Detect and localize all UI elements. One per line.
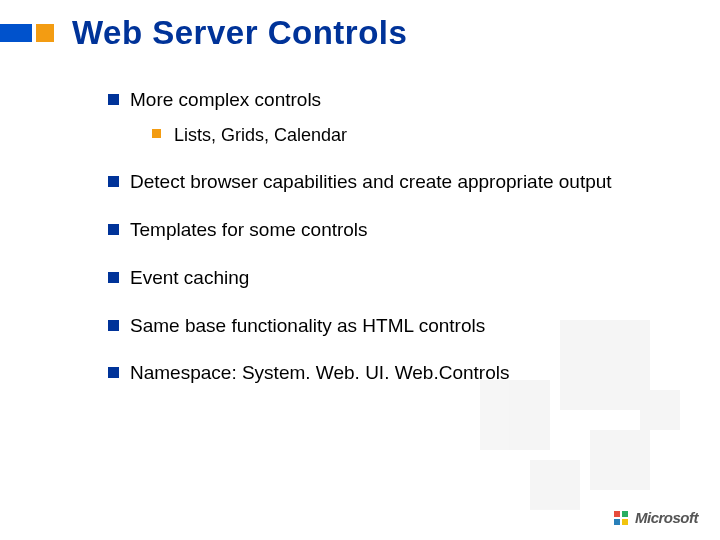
- slide-title: Web Server Controls: [72, 14, 407, 52]
- slide-content: More complex controls Lists, Grids, Cale…: [108, 88, 690, 385]
- bullet-text: More complex controls: [130, 89, 321, 110]
- bullet-item: Event caching: [108, 266, 690, 290]
- bullet-text: Templates for some controls: [130, 219, 368, 240]
- bullet-item: More complex controls Lists, Grids, Cale…: [108, 88, 690, 146]
- bullet-item: Templates for some controls: [108, 218, 690, 242]
- sub-bullet-text: Lists, Grids, Calendar: [174, 125, 347, 145]
- bullet-text: Detect browser capabilities and create a…: [130, 171, 612, 192]
- bullet-text: Namespace: System. Web. UI. Web.Controls: [130, 362, 509, 383]
- title-accent-bar: [0, 24, 32, 42]
- title-area: Web Server Controls: [0, 0, 720, 52]
- title-bullet-icon: [36, 24, 54, 42]
- bullet-item: Namespace: System. Web. UI. Web.Controls: [108, 361, 690, 385]
- bullet-text: Same base functionality as HTML controls: [130, 315, 485, 336]
- sub-bullet-item: Lists, Grids, Calendar: [152, 124, 690, 147]
- bullet-text: Event caching: [130, 267, 249, 288]
- bullet-item: Detect browser capabilities and create a…: [108, 170, 690, 194]
- bullet-item: Same base functionality as HTML controls: [108, 314, 690, 338]
- logo-text: Microsoft: [635, 509, 698, 526]
- microsoft-logo: Microsoft: [614, 509, 698, 526]
